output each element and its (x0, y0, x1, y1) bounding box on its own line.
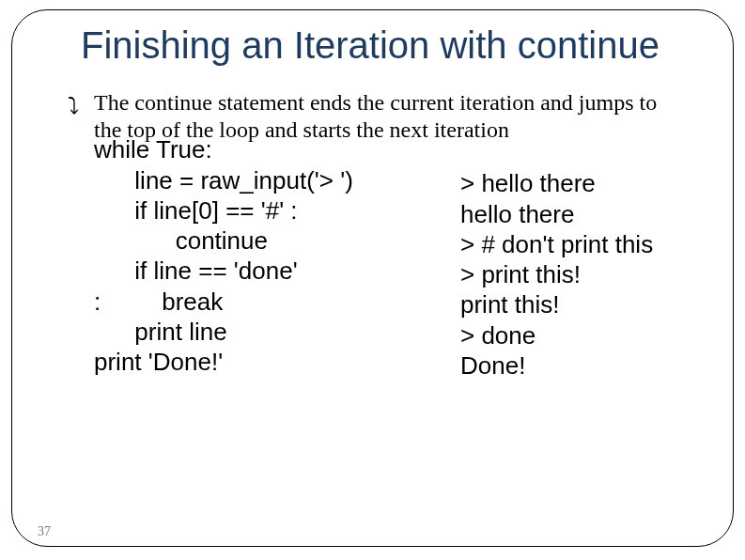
code-output-row: while True: line = raw_input('> ') if li… (94, 134, 717, 381)
slide: Finishing an Iteration with continue ⤵ T… (0, 0, 745, 560)
code-block: while True: line = raw_input('> ') if li… (94, 134, 460, 381)
body-block: ⤵ The continue statement ends the curren… (94, 89, 717, 381)
bullet-icon: ⤵ (68, 93, 79, 120)
output-block: > hello there hello there > # don't prin… (460, 168, 653, 381)
page-number: 37 (38, 524, 51, 539)
slide-title: Finishing an Iteration with continue (81, 24, 717, 67)
